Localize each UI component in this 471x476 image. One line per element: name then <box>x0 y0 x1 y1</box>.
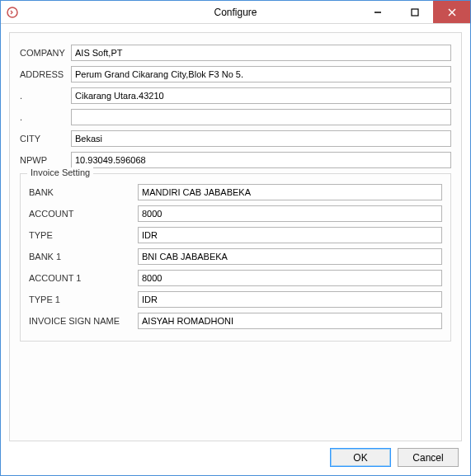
account1-label: ACCOUNT 1 <box>29 273 138 283</box>
app-icon <box>4 1 21 23</box>
npwp-input[interactable] <box>71 152 451 168</box>
svg-rect-2 <box>412 9 418 16</box>
npwp-label: NPWP <box>20 155 71 165</box>
cancel-button[interactable]: Cancel <box>398 448 459 467</box>
address-input[interactable] <box>71 66 451 82</box>
invoice-sign-name-label: INVOICE SIGN NAME <box>29 316 138 326</box>
bank-input[interactable] <box>138 184 442 200</box>
client-area: COMPANY ADDRESS . . CITY NPWP <box>1 24 470 475</box>
bank1-input[interactable] <box>138 248 442 265</box>
maximize-button[interactable] <box>396 1 433 23</box>
city-input[interactable] <box>71 130 451 147</box>
bank-label: BANK <box>29 187 138 197</box>
address-label: ADDRESS <box>20 69 71 79</box>
bank1-label: BANK 1 <box>29 252 138 262</box>
address3-input[interactable] <box>71 109 451 125</box>
address2-label: . <box>20 91 71 101</box>
minimize-button[interactable] <box>359 1 396 23</box>
dialog-footer: OK Cancel <box>9 441 462 469</box>
main-panel: COMPANY ADDRESS . . CITY NPWP <box>9 32 462 441</box>
address3-label: . <box>20 112 71 122</box>
window-controls <box>359 1 470 23</box>
invoice-sign-name-input[interactable] <box>138 313 442 329</box>
configure-window: Configure COMPANY ADDRESS . <box>0 0 471 476</box>
account1-input[interactable] <box>138 270 442 286</box>
type1-label: TYPE 1 <box>29 295 138 304</box>
company-label: COMPANY <box>20 48 71 58</box>
type-input[interactable] <box>138 227 442 243</box>
close-button[interactable] <box>433 1 470 23</box>
city-label: CITY <box>20 134 71 144</box>
invoice-setting-legend: Invoice Setting <box>27 167 93 177</box>
company-input[interactable] <box>71 45 451 61</box>
type-label: TYPE <box>29 230 138 240</box>
account-label: ACCOUNT <box>29 209 138 219</box>
invoice-setting-group: Invoice Setting BANK ACCOUNT TYPE BANK 1 <box>20 173 451 342</box>
maximize-icon <box>411 8 419 16</box>
close-icon <box>448 8 456 16</box>
titlebar: Configure <box>1 1 470 24</box>
type1-input[interactable] <box>138 291 442 308</box>
minimize-icon <box>374 8 382 16</box>
account-input[interactable] <box>138 205 442 222</box>
ok-button[interactable]: OK <box>330 448 391 467</box>
address2-input[interactable] <box>71 87 451 104</box>
